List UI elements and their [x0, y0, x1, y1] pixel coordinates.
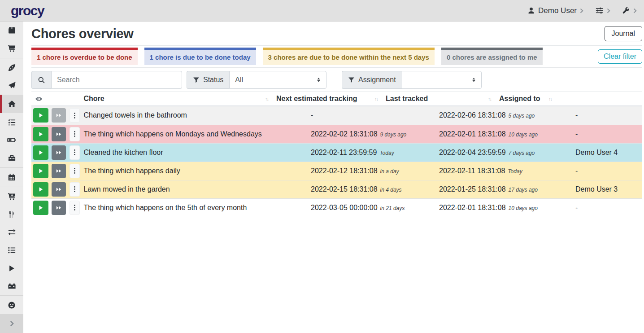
last-tracked-cell: 2022-02-04 23:59:597 days ago	[435, 143, 572, 162]
last-tracked-cell: 2022-01-25 18:31:0817 days ago	[435, 180, 572, 198]
sidebar-item-purchase[interactable]	[0, 188, 23, 206]
next-tracking-cell: 2022-02-11 23:59:59Today	[307, 143, 435, 162]
relative-time: 10 days ago	[509, 205, 538, 211]
admin-menu[interactable]	[622, 7, 637, 15]
sidebar	[0, 22, 23, 333]
assignment-filter-select[interactable]	[402, 71, 482, 89]
tasks-icon	[8, 118, 16, 127]
fast-forward-icon	[56, 186, 62, 193]
sidebar-item-user-settings[interactable]	[0, 296, 23, 314]
sidebar-item-shopping-list[interactable]	[0, 39, 23, 57]
sidebar-item-chore-tracking[interactable]	[0, 259, 23, 277]
sidebar-divider	[0, 167, 23, 168]
overdue-chores-card[interactable]: 1 chore is overdue to be done	[31, 48, 138, 65]
app-logo[interactable]: grocy	[11, 3, 44, 18]
chore-name: The thing which happens on Mondays and W…	[80, 125, 307, 143]
relative-time: in 4 days	[380, 187, 402, 193]
sidebar-divider	[0, 187, 23, 187]
user-menu-label: Demo User	[538, 6, 577, 15]
track-chore-button[interactable]	[33, 108, 48, 123]
skip-chore-button[interactable]	[52, 108, 66, 123]
settings-menu[interactable]	[595, 6, 610, 15]
exchange-icon	[8, 228, 16, 237]
relative-time: Today	[379, 150, 394, 156]
status-filter-value: All	[235, 76, 243, 84]
assigned-to-cell: -	[572, 106, 642, 125]
chores-table-header: Chore↑↓ Next estimated tracking↑↓ Last t…	[31, 92, 642, 106]
last-tracked-cell: 2022-02-01 18:31:0810 days ago	[435, 125, 572, 143]
sort-icon: ↑↓	[488, 96, 492, 101]
battery-icon	[7, 136, 16, 145]
sidebar-collapse-toggle[interactable]	[0, 314, 23, 333]
track-chore-button[interactable]	[33, 145, 48, 160]
play-icon	[38, 205, 44, 211]
table-row: Cleaned the kitchen floor 2022-02-11 23:…	[31, 143, 642, 162]
skip-chore-button[interactable]	[52, 127, 66, 141]
due-soon-chores-card[interactable]: 3 chores are due to be done within the n…	[263, 48, 435, 65]
clear-filter-button[interactable]: Clear filter	[598, 49, 642, 64]
sidebar-item-tasks[interactable]	[0, 113, 23, 131]
search-input[interactable]	[51, 71, 182, 89]
due-today-chores-card[interactable]: 1 chore is due to be done today	[144, 48, 256, 65]
sidebar-item-inventory[interactable]	[0, 241, 23, 259]
assigned-to-cell: Demo User 4	[572, 143, 642, 162]
sidebar-item-meal-plan[interactable]	[0, 77, 23, 95]
relative-time: Today	[508, 168, 522, 175]
assigned-to-cell: Demo User 3	[572, 180, 642, 198]
chore-row-menu-button[interactable]	[70, 201, 80, 215]
chore-row-menu-button[interactable]	[70, 108, 80, 123]
status-filter-select[interactable]: All	[229, 71, 326, 89]
skip-chore-button[interactable]	[52, 182, 66, 197]
sidebar-item-batteries[interactable]	[0, 131, 23, 149]
next-tracking-cell: 2022-02-02 18:31:089 days ago	[307, 125, 435, 143]
sidebar-item-transfer[interactable]	[0, 223, 23, 241]
wrench-icon	[622, 7, 630, 15]
select-arrows-icon	[471, 77, 476, 83]
chore-row-menu-button[interactable]	[70, 127, 80, 141]
assignment-filter-label: Assignment	[342, 71, 402, 89]
skip-chore-button[interactable]	[52, 164, 66, 178]
column-header-assigned-to[interactable]: Assigned to↑↓	[496, 92, 556, 106]
chore-name: The thing which happens daily	[80, 162, 307, 180]
sidebar-item-calendar[interactable]	[0, 168, 23, 186]
chore-row-menu-button[interactable]	[70, 182, 80, 197]
track-chore-button[interactable]	[33, 127, 48, 141]
track-chore-button[interactable]	[33, 164, 48, 178]
relative-time: 5 days ago	[509, 113, 535, 119]
sidebar-item-stock-overview[interactable]	[0, 22, 23, 39]
assignment-filter-group: Assignment	[342, 71, 482, 89]
ellipsis-vertical-icon	[74, 112, 76, 119]
skip-chore-button[interactable]	[52, 145, 66, 160]
user-menu[interactable]: Demo User	[527, 6, 583, 15]
column-header-chore[interactable]: Chore↑↓	[80, 92, 273, 106]
sidebar-item-chores-overview[interactable]	[0, 95, 23, 114]
ellipsis-vertical-icon	[74, 167, 76, 175]
chore-row-menu-button[interactable]	[70, 145, 80, 160]
sidebar-item-battery-tracking[interactable]	[0, 277, 23, 295]
assigned-to-me-card[interactable]: 0 chores are assigned to me	[441, 48, 543, 65]
track-chore-button[interactable]	[33, 201, 48, 215]
sidebar-item-consume[interactable]	[0, 206, 23, 223]
sidebar-item-recipes[interactable]	[0, 59, 23, 77]
list-icon	[8, 246, 16, 254]
column-header-last-tracked[interactable]: Last tracked↑↓	[382, 92, 496, 106]
journal-button[interactable]: Journal	[605, 26, 642, 41]
chevron-right-icon	[10, 320, 14, 327]
sidebar-divider	[0, 58, 23, 58]
chore-name: Cleaned the kitchen floor	[80, 143, 307, 162]
play-icon	[38, 112, 44, 118]
home-icon	[8, 100, 16, 108]
last-tracked-cell: 2022-02-01 18:31:0810 days ago	[435, 198, 572, 217]
box-icon	[8, 26, 16, 35]
track-chore-button[interactable]	[33, 182, 48, 197]
relative-time: 17 days ago	[509, 187, 538, 193]
search-icon	[38, 76, 45, 84]
next-tracking-cell: 2022-03-05 00:00:00in 21 days	[307, 198, 435, 217]
column-header-next-tracking[interactable]: Next estimated tracking↑↓	[273, 92, 382, 106]
assigned-to-cell: -	[572, 162, 642, 180]
sidebar-item-equipment[interactable]	[0, 149, 23, 167]
chore-row-menu-button[interactable]	[70, 164, 80, 178]
search-icon-box	[31, 71, 51, 89]
skip-chore-button[interactable]	[52, 201, 66, 215]
last-tracked-cell: 2022-02-11 18:31:08Today	[435, 162, 572, 180]
